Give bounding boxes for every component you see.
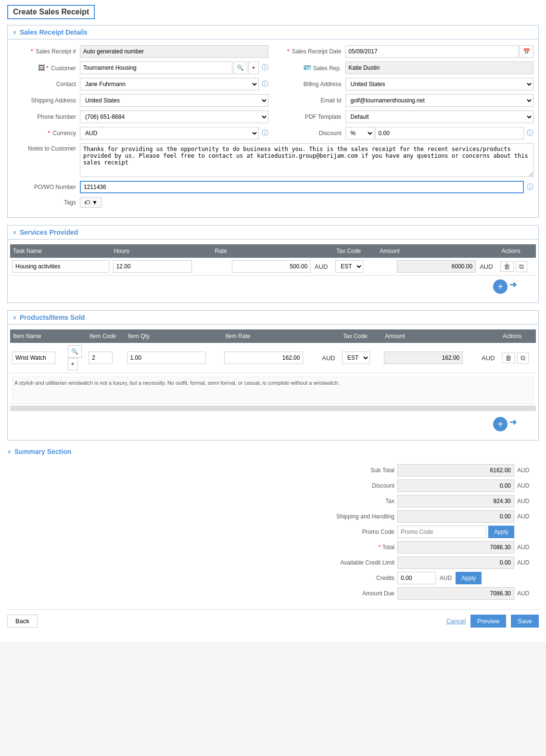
shipping-currency: AUD — [517, 513, 539, 520]
products-add-row-button[interactable]: + — [493, 417, 508, 431]
product-code-input[interactable] — [89, 352, 113, 364]
summary-rows: Sub Total AUD Discount AUD Tax AUD Shipp… — [7, 459, 539, 605]
shipping-value — [397, 510, 514, 523]
pdf-template-select[interactable]: Default — [345, 111, 534, 123]
details-toggle-icon[interactable]: ∨ — [13, 29, 17, 36]
powo-info-icon[interactable]: ⓘ — [527, 183, 533, 191]
powo-group: ⓘ — [80, 181, 533, 193]
credits-apply-button[interactable]: Apply — [456, 572, 482, 584]
sales-receipt-details-section: ∨ Sales Receipt Details * Sales Receipt … — [7, 25, 539, 218]
email-id-select[interactable]: golf@tournamenthousing.net — [345, 94, 534, 107]
services-add-row-container: ➜ + — [10, 276, 536, 298]
notes-textarea[interactable]: Thanks for providing us the opportunity … — [80, 143, 533, 177]
horizontal-scrollbar[interactable] — [10, 405, 536, 411]
credits-input-group: AUD Apply — [397, 572, 514, 584]
service-hours-input[interactable] — [113, 260, 192, 273]
customer-icon: 🖼 — [38, 64, 45, 72]
promo-input[interactable] — [397, 526, 486, 538]
sales-receipt-date-input[interactable] — [345, 45, 519, 58]
products-section-header[interactable]: ∨ Products/Items Sold — [8, 311, 538, 325]
product-add-button[interactable]: + — [68, 358, 78, 370]
salesrep-icon: 🪪 — [303, 64, 311, 72]
services-section-header[interactable]: ∨ Services Provided — [8, 226, 538, 239]
powo-label: PO/WO Number — [13, 184, 80, 190]
contact-info-icon[interactable]: ⓘ — [262, 80, 268, 88]
sales-rep-label: 🪪 Sales Rep. — [278, 64, 345, 72]
back-button[interactable]: Back — [7, 615, 38, 628]
sales-receipt-date-label: * Sales Receipt Date — [278, 48, 345, 55]
product-description: A stylish and utilitarian wristwatch is … — [12, 377, 534, 401]
discount-amount-input[interactable] — [375, 127, 524, 139]
amount-due-row: Amount Due AUD — [298, 587, 539, 600]
customer-input[interactable] — [80, 62, 232, 74]
sub-total-row: Sub Total AUD — [298, 464, 539, 477]
credits-input[interactable] — [397, 572, 436, 584]
tax-label: Tax — [298, 498, 394, 504]
product-name-cell — [10, 343, 66, 373]
notes-row: Notes to Customer Thanks for providing u… — [13, 143, 533, 177]
currency-info-icon[interactable]: ⓘ — [262, 129, 268, 138]
summary-toggle-icon[interactable]: ∨ — [7, 448, 12, 455]
service-clone-button[interactable]: ⧉ — [516, 261, 527, 272]
left-col: * Sales Receipt # 🖼 * Customer 🔍 + — [13, 45, 268, 143]
services-toggle-icon[interactable]: ∨ — [13, 229, 17, 236]
email-id-row: Email Id golf@tournamenthousing.net — [278, 94, 534, 107]
sub-total-value — [397, 464, 514, 477]
discount-row: Discount % ⓘ — [278, 127, 534, 139]
product-taxcode-cell: EST — [340, 343, 378, 373]
product-taxcode-select[interactable]: EST — [342, 352, 370, 364]
products-toggle-icon[interactable]: ∨ — [13, 314, 17, 321]
details-form: * Sales Receipt # 🖼 * Customer 🔍 + — [13, 45, 533, 143]
shipping-row: Shipping and Handling AUD — [298, 510, 539, 523]
services-table: Task Name Hours Rate Tax Code Amount Act… — [10, 244, 536, 276]
customer-add-button[interactable]: + — [248, 62, 258, 74]
tags-button[interactable]: 🏷 ▼ — [80, 197, 102, 208]
product-search-button[interactable]: 🔍 — [68, 345, 82, 358]
service-taxcode-select[interactable]: EST — [335, 260, 363, 273]
service-task-name-cell — [10, 258, 111, 276]
discount-type-select[interactable]: % — [345, 127, 374, 139]
product-actions-cell: 🗑 ⧉ — [500, 343, 536, 373]
save-button[interactable]: Save — [511, 615, 539, 628]
service-delete-button[interactable]: 🗑 — [500, 261, 514, 272]
products-col-taxcode: Tax Code — [340, 329, 382, 343]
discount-group: % ⓘ — [345, 127, 534, 139]
product-description-cell: A stylish and utilitarian wristwatch is … — [10, 373, 536, 403]
product-qty-input[interactable] — [127, 352, 206, 364]
services-col-hours: Hours — [111, 244, 212, 258]
product-clone-button[interactable]: ⧉ — [517, 353, 529, 364]
right-col: * Sales Receipt Date 📅 🪪 Sales Rep. — [278, 45, 534, 143]
billing-address-select[interactable]: United States — [345, 78, 534, 90]
sales-receipt-num-input[interactable] — [80, 45, 268, 58]
products-section: ∨ Products/Items Sold Item Name Item Cod… — [7, 310, 539, 441]
customer-info-icon[interactable]: ⓘ — [262, 63, 268, 72]
discount-info-icon[interactable]: ⓘ — [527, 129, 533, 138]
details-section-header[interactable]: ∨ Sales Receipt Details — [8, 25, 538, 39]
discount-label: Discount — [278, 130, 345, 137]
customer-row: 🖼 * Customer 🔍 + ⓘ — [13, 62, 268, 74]
promo-apply-button[interactable]: Apply — [488, 526, 514, 538]
cancel-button[interactable]: Cancel — [446, 617, 466, 625]
product-name-input[interactable] — [12, 352, 55, 364]
preview-button[interactable]: Preview — [470, 615, 506, 628]
credit-limit-row: Available Credit Limit AUD — [298, 556, 539, 569]
product-delete-button[interactable]: 🗑 — [502, 353, 515, 363]
powo-input[interactable] — [80, 181, 524, 193]
service-task-name-input[interactable] — [12, 260, 109, 273]
shipping-address-label: Shipping Address — [13, 97, 80, 104]
sales-receipt-num-label: * Sales Receipt # — [13, 48, 80, 55]
contact-select[interactable]: Jane Fuhrmann — [80, 78, 259, 90]
product-rate-input[interactable] — [224, 352, 303, 364]
currency-select[interactable]: AUD — [80, 127, 259, 139]
phone-number-select[interactable]: (706) 651-8684 — [80, 111, 268, 123]
tag-dropdown-icon: ▼ — [92, 199, 98, 206]
details-section-title: Sales Receipt Details — [20, 28, 88, 36]
service-taxcode-arrow-cell — [372, 258, 377, 276]
amount-due-currency: AUD — [517, 590, 539, 597]
discount-summary-row: Discount AUD — [298, 479, 539, 492]
customer-search-button[interactable]: 🔍 — [233, 62, 247, 74]
calendar-button[interactable]: 📅 — [520, 45, 533, 58]
service-rate-input[interactable] — [232, 260, 311, 273]
shipping-address-select[interactable]: United States — [80, 94, 268, 107]
services-add-row-button[interactable]: + — [493, 279, 508, 294]
